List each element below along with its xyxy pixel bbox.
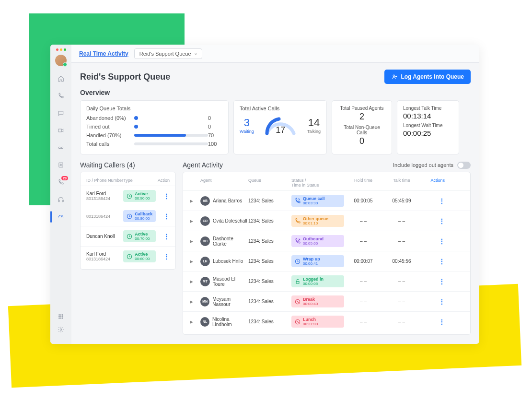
agent-action-menu[interactable]: ⋮ xyxy=(439,278,445,285)
page-title: Reid's Support Queue xyxy=(80,72,170,82)
agent-avatar: CD xyxy=(200,216,210,226)
logged-out-toggle[interactable] xyxy=(457,162,471,169)
waiting-value: 3 xyxy=(240,117,254,129)
waiting-caller-id: Karl Ford8013186424 xyxy=(86,191,123,201)
gear-icon[interactable] xyxy=(57,325,65,334)
svg-point-17 xyxy=(393,75,395,77)
agent-action-menu[interactable]: ⋮ xyxy=(439,197,445,205)
waiting-action-menu[interactable]: ⋮ xyxy=(163,212,170,220)
expand-row-icon[interactable]: ▶ xyxy=(190,319,200,324)
paused-card: Total Paused Agents2 Total Non-Queue Cal… xyxy=(332,100,392,154)
agent-talk-time: 00:45:56 xyxy=(382,259,421,264)
agent-avatar: AB xyxy=(200,196,210,206)
waiting-header-type: Type xyxy=(123,178,156,183)
waiting-label: Waiting xyxy=(240,129,254,134)
agent-action-menu[interactable]: ⋮ xyxy=(439,258,445,265)
svg-point-11 xyxy=(60,316,61,317)
apps-icon[interactable] xyxy=(57,312,65,321)
agent-header-status: Status / Time in Status xyxy=(291,178,344,188)
agent-action-menu[interactable]: ⋮ xyxy=(439,318,445,326)
agent-status-pill: Outbound00:05:00 xyxy=(291,235,344,247)
agent-name: Meysam Nassour xyxy=(212,296,248,307)
agent-queue: 1234: Sales xyxy=(248,319,291,324)
agent-hold-time: – – xyxy=(344,218,382,224)
paused-value: 2 xyxy=(338,112,386,122)
agent-name: Masood El Toure xyxy=(213,276,248,287)
home-icon[interactable] xyxy=(57,74,65,83)
app-window: 29 Real Time Activity Reid's Support Que… xyxy=(50,45,479,344)
breadcrumb[interactable]: Real Time Activity xyxy=(79,50,128,57)
agent-queue: 1234: Sales xyxy=(248,218,291,224)
waiting-row: 8013186424 Callback00:80:00 ⋮ xyxy=(81,206,175,226)
waiting-action-menu[interactable]: ⋮ xyxy=(163,192,170,200)
timedout-value: 0 xyxy=(208,124,222,130)
agent-name: Dashonte Clarke xyxy=(213,236,248,247)
agent-action-menu[interactable]: ⋮ xyxy=(439,217,445,225)
close-dot[interactable] xyxy=(56,48,58,51)
agent-queue: 1234: Sales xyxy=(248,259,291,264)
headset-icon[interactable] xyxy=(57,195,65,204)
expand-row-icon[interactable]: ▶ xyxy=(190,299,200,304)
agent-avatar: DC xyxy=(200,236,210,246)
log-agents-button[interactable]: Log Agents Into Queue xyxy=(384,70,471,84)
svg-point-14 xyxy=(60,318,61,319)
video-icon[interactable] xyxy=(57,126,65,135)
longest-card: Longest Talk Time00:13:14 Longest Wait T… xyxy=(397,100,459,154)
agent-avatar: MT xyxy=(200,277,210,286)
agent-talk-time: – – xyxy=(382,299,421,304)
waiting-callers-panel: Waiting Callers (4) ID / Phone Number Ty… xyxy=(80,161,176,335)
agent-avatar: MN xyxy=(200,297,209,307)
waiting-caller-id: Karl Ford8013186424 xyxy=(86,251,123,261)
contacts-icon[interactable] xyxy=(57,161,65,169)
expand-row-icon[interactable]: ▶ xyxy=(190,219,200,224)
agent-header-actions: Actions xyxy=(421,178,445,188)
gauge-center-value: 17 xyxy=(264,125,297,135)
expand-row-icon[interactable]: ▶ xyxy=(190,259,200,264)
minimize-dot[interactable] xyxy=(60,48,62,51)
topbar: Real Time Activity Reid's Support Queue xyxy=(71,45,479,63)
waiting-caller-id: 8013186424 xyxy=(86,214,123,219)
expand-row-icon[interactable]: ▶ xyxy=(190,239,200,244)
agent-hold-time: – – xyxy=(344,238,382,244)
gauge-icon: 17 xyxy=(264,115,297,135)
svg-rect-6 xyxy=(62,200,63,202)
agent-avatar: LH xyxy=(200,257,210,266)
voicemail-icon[interactable] xyxy=(57,143,65,152)
dashboard-icon[interactable] xyxy=(57,212,65,221)
window-controls xyxy=(56,48,66,51)
calls-icon[interactable]: 29 xyxy=(57,178,65,187)
chat-icon[interactable] xyxy=(57,109,65,118)
waiting-row: Karl Ford8013186424 Active00:60:00 ⋮ xyxy=(81,246,175,266)
svg-point-7 xyxy=(59,315,60,316)
agent-status-pill: Logged in00:00:05 xyxy=(291,275,344,287)
agent-action-menu[interactable]: ⋮ xyxy=(439,298,445,306)
agent-action-menu[interactable]: ⋮ xyxy=(439,237,445,245)
svg-point-10 xyxy=(59,316,60,317)
talking-value: 14 xyxy=(307,117,321,129)
waiting-action-menu[interactable]: ⋮ xyxy=(163,233,170,240)
agent-queue: 1234: Sales xyxy=(248,198,291,203)
waiting-header-action: Action xyxy=(156,178,170,183)
user-avatar[interactable] xyxy=(55,55,67,66)
agent-hold-time: 00:00:05 xyxy=(344,198,382,203)
expand-row-icon[interactable]: ▶ xyxy=(190,279,200,284)
agent-status-pill: Break00:00:40 xyxy=(291,295,344,307)
longest-talk-label: Longest Talk Time xyxy=(403,106,453,111)
waiting-action-menu[interactable]: ⋮ xyxy=(163,253,170,260)
phone-icon[interactable] xyxy=(57,92,65,100)
agent-queue: 1234: Sales xyxy=(248,238,291,244)
agent-header-talk: Talk time xyxy=(382,178,421,188)
agent-name: Lubosek Hnilo xyxy=(213,259,243,264)
svg-point-12 xyxy=(62,316,63,317)
total-label: Total calls xyxy=(86,141,134,147)
svg-point-15 xyxy=(62,318,63,319)
longest-wait-label: Longest Wait Time xyxy=(403,123,453,128)
maximize-dot[interactable] xyxy=(64,48,66,51)
waiting-row: Karl Ford8013186424 Active00:90:00 ⋮ xyxy=(81,186,175,206)
agent-talk-time: – – xyxy=(382,238,421,244)
svg-point-8 xyxy=(60,315,61,316)
agent-row: ▶ ABAriana Barros 1234: Sales Queue call… xyxy=(183,190,470,211)
expand-row-icon[interactable]: ▶ xyxy=(190,199,200,203)
svg-point-9 xyxy=(62,315,63,316)
queue-selector[interactable]: Reid's Support Queue xyxy=(134,48,202,59)
